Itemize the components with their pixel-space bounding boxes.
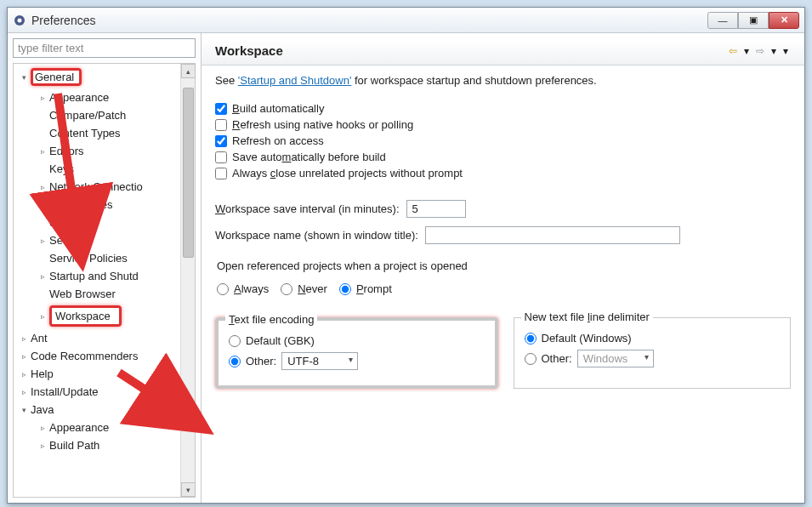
startup-shutdown-link[interactable]: 'Startup and Shutdown' — [238, 74, 352, 87]
tree-contenttypes[interactable]: Content Types — [14, 124, 180, 142]
tree-keys[interactable]: Keys — [14, 160, 180, 178]
expander-icon: ▹ — [19, 334, 29, 343]
scroll-down-icon[interactable]: ▾ — [181, 482, 196, 497]
tree-help[interactable]: ▹Help — [14, 365, 180, 383]
tree-java[interactable]: ▾Java — [14, 401, 180, 419]
titlebar: Preferences — ▣ ✕ — [8, 8, 804, 33]
refresh-access-checkbox[interactable] — [215, 135, 227, 147]
tree-coderec[interactable]: ▹Code Recommenders — [14, 347, 180, 365]
desc-text: See — [215, 74, 238, 87]
tree-perspectives[interactable]: Perspectives — [14, 196, 180, 214]
maximize-button[interactable]: ▣ — [738, 12, 769, 29]
close-unrelated-checkbox[interactable] — [215, 168, 227, 179]
tree-label: Service Policies — [49, 252, 128, 265]
wsname-input[interactable] — [425, 226, 680, 244]
expander-icon: ▹ — [37, 236, 48, 245]
expander-icon: ▹ — [37, 147, 48, 156]
minimize-button[interactable]: — — [707, 12, 738, 29]
expander-icon: ▹ — [37, 312, 48, 321]
encoding-legend: Text file encoding — [225, 313, 317, 326]
check-label: Always close unrelated projects without … — [232, 167, 463, 179]
tree-workspace[interactable]: ▹Workspace — [14, 303, 180, 329]
expander-icon: ▹ — [37, 272, 48, 281]
tree-label: Workspace — [49, 305, 122, 327]
tree-appearance[interactable]: ▹Appearance — [14, 88, 180, 106]
interval-input[interactable] — [406, 200, 466, 218]
encoding-combo[interactable] — [281, 352, 358, 370]
main-header: Workspace ⇦ ▾ ⇨ ▾ ▾ — [202, 40, 804, 66]
close-button[interactable]: ✕ — [769, 12, 799, 29]
back-menu-icon[interactable]: ▾ — [741, 45, 752, 57]
refproj-never[interactable]: Never — [281, 282, 327, 295]
refresh-hooks-checkbox[interactable] — [215, 119, 227, 131]
delimiter-legend: New text file line delimiter — [521, 310, 653, 323]
check-label: Refresh on access — [232, 134, 324, 147]
delimiter-default[interactable]: Default (Windows) — [525, 332, 781, 345]
tree-compare[interactable]: Compare/Patch — [14, 106, 180, 124]
tree-ant[interactable]: ▹Ant — [14, 329, 180, 347]
expander-icon: ▹ — [37, 94, 48, 102]
radio-label: Default (Windows) — [542, 332, 632, 345]
window-controls: — ▣ ✕ — [707, 12, 799, 29]
tree-search[interactable]: Search — [14, 214, 180, 231]
tree-label: Keys — [49, 162, 74, 175]
radio-label: Other: — [246, 355, 276, 367]
encoding-default[interactable]: Default (GBK) — [229, 334, 485, 347]
tree-general[interactable]: ▾General — [14, 66, 180, 88]
encoding-group: Text file encoding Default (GBK) Other: — [215, 317, 498, 389]
main-panel: Workspace ⇦ ▾ ⇨ ▾ ▾ See 'Startup and Shu… — [202, 33, 804, 503]
tree-install[interactable]: ▹Install/Update — [14, 383, 180, 401]
tree-webbrowser[interactable]: Web Browser — [14, 285, 180, 303]
forward-menu-icon[interactable]: ▾ — [769, 45, 779, 57]
encoding-other[interactable]: Other: — [229, 352, 485, 370]
tree-label: Build Path — [49, 439, 99, 452]
radio-label: Other: — [542, 352, 572, 365]
tree-label: Web Browser — [49, 288, 116, 300]
expander-icon: ▹ — [37, 441, 48, 450]
tree-label: Compare/Patch — [49, 109, 126, 122]
expander-icon: ▹ — [19, 388, 29, 396]
delimiter-group: New text file line delimiter Default (Wi… — [514, 317, 792, 389]
tree-startup[interactable]: ▹Startup and Shutd — [14, 267, 180, 285]
page-title: Workspace — [215, 43, 726, 58]
expander-icon: ▾ — [19, 406, 29, 414]
check-label: Build automatically — [232, 102, 324, 115]
tree-security[interactable]: ▹Security — [14, 231, 180, 249]
filter-input[interactable]: type filter text — [13, 38, 196, 58]
check-label: Save automatically before build — [232, 151, 386, 163]
tree-servicepolicies[interactable]: Service Policies — [14, 249, 180, 267]
tree-label: General — [31, 68, 82, 86]
preferences-window: Preferences — ▣ ✕ type filter text ▾Gene… — [7, 7, 805, 504]
tree-label: Help — [31, 367, 54, 380]
tree-buildpath[interactable]: ▹Build Path — [14, 436, 180, 454]
tree-label: Perspectives — [49, 198, 112, 211]
refproj-prompt[interactable]: Prompt — [339, 282, 392, 295]
delimiter-other[interactable]: Other: — [525, 350, 781, 367]
tree-editors[interactable]: ▹Editors — [14, 142, 180, 160]
scroll-up-icon[interactable]: ▴ — [181, 64, 196, 78]
tree-network[interactable]: ▹Network Connectio — [14, 178, 180, 196]
tree-label: Ant — [31, 332, 48, 345]
tree-scrollbar[interactable]: ▴ ▾ — [180, 64, 195, 497]
preference-tree[interactable]: ▾General ▹Appearance Compare/Patch Conte… — [14, 64, 180, 497]
expander-icon: ▹ — [37, 183, 48, 191]
build-auto-checkbox[interactable] — [215, 103, 227, 115]
app-icon — [13, 14, 26, 27]
wsname-label: Workspace name (shown in window title): — [215, 229, 418, 242]
tree-label: Content Types — [49, 127, 121, 140]
tree-label: Network Connectio — [49, 180, 143, 193]
tree-label: Appearance — [49, 421, 109, 434]
tree-label: Appearance — [49, 91, 109, 104]
svg-point-1 — [18, 18, 22, 22]
save-before-checkbox[interactable] — [215, 151, 227, 163]
forward-icon[interactable]: ⇨ — [753, 45, 767, 57]
tree-label: Search — [49, 216, 84, 229]
back-icon[interactable]: ⇦ — [726, 45, 740, 57]
menu-icon[interactable]: ▾ — [781, 45, 791, 57]
window-title: Preferences — [31, 14, 707, 27]
tree-java-appearance[interactable]: ▹Appearance — [14, 419, 180, 436]
sidebar: type filter text ▾General ▹Appearance Co… — [8, 33, 202, 503]
scroll-thumb[interactable] — [183, 88, 194, 258]
refproj-always[interactable]: Always — [217, 282, 269, 295]
tree-label: Java — [31, 403, 54, 416]
